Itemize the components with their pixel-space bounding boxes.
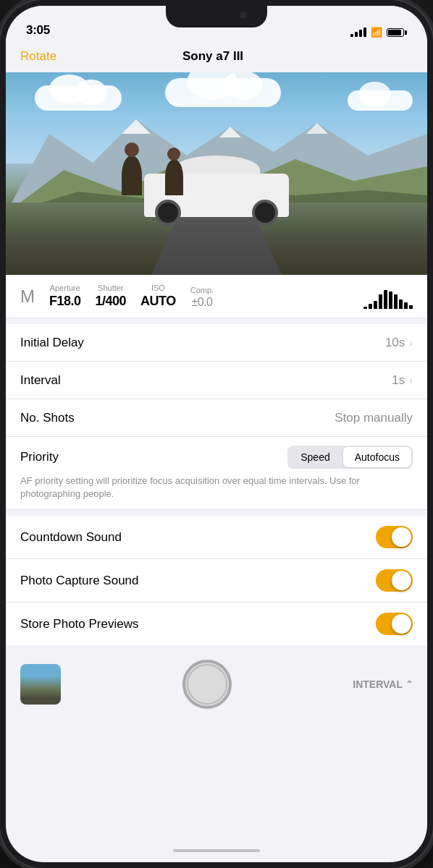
phone-screen: 3:05 📶 Rotate Sony a7 I bbox=[6, 6, 427, 862]
store-photo-previews-toggle[interactable] bbox=[376, 613, 413, 635]
camera-mode-row: M Aperture F18.0 Shutter 1/400 ISO AUTO … bbox=[6, 275, 427, 318]
bottom-toolbar: INTERVAL ⌃ bbox=[6, 651, 427, 720]
shutter-label: Shutter bbox=[98, 284, 123, 292]
priority-segmented-control: Speed Autofocus bbox=[287, 446, 413, 469]
initial-delay-label: Initial Delay bbox=[20, 336, 84, 350]
cloud-1 bbox=[35, 85, 122, 111]
toggle-section: Countdown Sound Photo Capture Sound bbox=[6, 516, 427, 645]
aperture-value: F18.0 bbox=[49, 294, 81, 309]
priority-header: Priority Speed Autofocus bbox=[20, 446, 413, 469]
rotate-button[interactable]: Rotate bbox=[20, 49, 56, 64]
interval-text: 1s bbox=[392, 373, 405, 388]
person-1-head bbox=[125, 142, 139, 157]
status-bar: 3:05 📶 bbox=[6, 6, 427, 43]
comp-label: Comp. bbox=[190, 286, 214, 294]
countdown-sound-label: Countdown Sound bbox=[20, 530, 122, 545]
aperture-label: Aperture bbox=[50, 284, 80, 292]
notch bbox=[166, 6, 267, 27]
status-time: 3:05 bbox=[26, 23, 50, 38]
aperture-param[interactable]: Aperture F18.0 bbox=[49, 284, 81, 309]
photo-capture-sound-row: Photo Capture Sound bbox=[6, 559, 427, 603]
no-shots-text: Stop manually bbox=[335, 411, 413, 425]
photo-capture-sound-label: Photo Capture Sound bbox=[20, 574, 139, 588]
person-2 bbox=[165, 159, 183, 195]
shutter-value: 1/400 bbox=[96, 294, 127, 309]
cloud-2 bbox=[165, 78, 281, 107]
countdown-sound-track bbox=[376, 526, 413, 548]
home-indicator bbox=[173, 849, 260, 852]
signal-icon bbox=[350, 27, 366, 37]
iso-param[interactable]: ISO AUTO bbox=[140, 284, 176, 309]
priority-label: Priority bbox=[20, 450, 59, 464]
priority-description: AF priority setting will prioritize focu… bbox=[20, 475, 413, 501]
initial-delay-value: 10s › bbox=[385, 336, 413, 350]
chevron-icon-2: › bbox=[409, 375, 413, 386]
wifi-icon: 📶 bbox=[371, 27, 382, 38]
thumbnail-image bbox=[20, 664, 61, 705]
photo-capture-sound-track bbox=[376, 569, 413, 592]
comp-param[interactable]: Comp. ±0.0 bbox=[190, 286, 214, 309]
camera-preview[interactable] bbox=[6, 72, 427, 275]
iso-label: ISO bbox=[151, 284, 165, 292]
shutter-button[interactable] bbox=[182, 660, 232, 709]
store-photo-previews-row: Store Photo Previews bbox=[6, 603, 427, 645]
priority-speed-btn[interactable]: Speed bbox=[289, 447, 341, 467]
nav-bar: Rotate Sony a7 III bbox=[6, 43, 427, 72]
phone-frame: 3:05 📶 Rotate Sony a7 I bbox=[0, 0, 433, 868]
shutter-param[interactable]: Shutter 1/400 bbox=[96, 284, 127, 309]
front-camera bbox=[240, 12, 247, 19]
store-photo-previews-track bbox=[376, 613, 413, 635]
interval-chevron-icon: ⌃ bbox=[405, 679, 413, 689]
status-icons: 📶 bbox=[350, 27, 407, 38]
initial-delay-text: 10s bbox=[385, 336, 405, 350]
countdown-sound-thumb bbox=[392, 527, 411, 547]
countdown-sound-row: Countdown Sound bbox=[6, 516, 427, 559]
settings-list: Initial Delay 10s › Interval 1s › No. Sh… bbox=[6, 324, 427, 510]
iso-value: AUTO bbox=[140, 294, 176, 309]
page-title: Sony a7 III bbox=[182, 49, 243, 64]
cloud-3 bbox=[348, 90, 413, 111]
interval-value: 1s › bbox=[392, 373, 413, 388]
car-wheel-left bbox=[155, 200, 181, 226]
priority-row: Priority Speed Autofocus AF priority set… bbox=[6, 437, 427, 510]
battery-icon bbox=[387, 28, 407, 37]
no-shots-value: Stop manually bbox=[335, 411, 413, 425]
interval-mode-text: INTERVAL bbox=[353, 678, 403, 690]
store-photo-previews-thumb bbox=[392, 614, 411, 634]
interval-label: Interval bbox=[20, 373, 61, 388]
photo-capture-sound-thumb bbox=[392, 571, 411, 590]
initial-delay-row[interactable]: Initial Delay 10s › bbox=[6, 324, 427, 362]
interval-mode-label[interactable]: INTERVAL ⌃ bbox=[353, 678, 413, 690]
comp-value: ±0.0 bbox=[191, 296, 212, 309]
countdown-sound-toggle[interactable] bbox=[376, 526, 413, 548]
shutter-inner bbox=[187, 664, 227, 705]
store-photo-previews-label: Store Photo Previews bbox=[20, 617, 138, 631]
car-wheel-right bbox=[252, 200, 278, 226]
person-2-head bbox=[167, 148, 180, 161]
mode-letter: M bbox=[20, 286, 38, 307]
histogram bbox=[363, 289, 413, 309]
interval-row[interactable]: Interval 1s › bbox=[6, 362, 427, 399]
no-shots-row[interactable]: No. Shots Stop manually bbox=[6, 399, 427, 437]
person-1 bbox=[122, 156, 142, 195]
car bbox=[137, 152, 296, 231]
thumbnail-preview[interactable] bbox=[20, 664, 61, 705]
no-shots-label: No. Shots bbox=[20, 411, 75, 425]
photo-capture-sound-toggle[interactable] bbox=[376, 569, 413, 592]
camera-params: Aperture F18.0 Shutter 1/400 ISO AUTO Co… bbox=[49, 284, 413, 309]
priority-autofocus-btn[interactable]: Autofocus bbox=[343, 447, 411, 467]
chevron-icon: › bbox=[409, 337, 413, 349]
